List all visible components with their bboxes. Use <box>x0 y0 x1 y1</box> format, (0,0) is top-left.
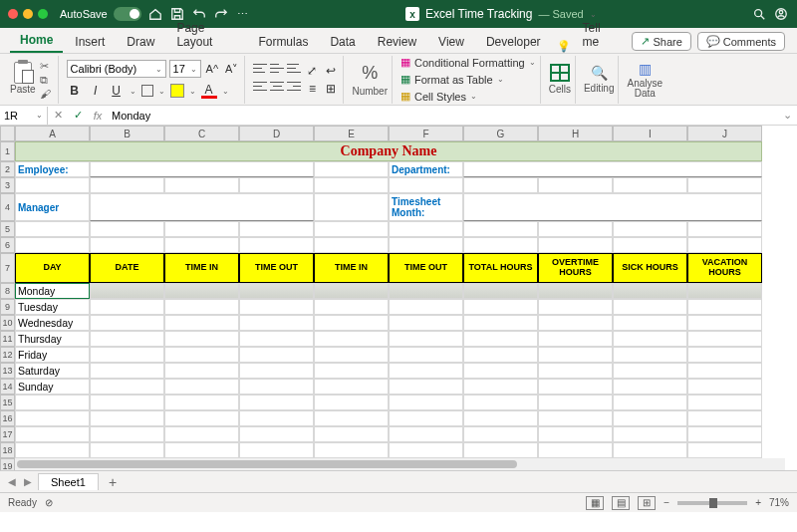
row-header[interactable]: 9 <box>0 299 15 315</box>
data-cell[interactable] <box>538 395 613 410</box>
day-cell[interactable]: Saturday <box>15 363 90 379</box>
font-select[interactable]: Calibri (Body)⌄ <box>67 60 166 78</box>
data-cell[interactable] <box>239 442 314 458</box>
percent-icon[interactable]: % <box>362 63 378 84</box>
data-cell[interactable] <box>314 363 389 379</box>
wrap-text-icon[interactable]: ↩ <box>323 63 339 79</box>
data-cell[interactable] <box>15 395 90 410</box>
horizontal-scrollbar[interactable] <box>15 458 785 470</box>
cut-icon[interactable]: ✂ <box>40 60 54 72</box>
data-cell[interactable] <box>613 283 687 299</box>
data-cell[interactable] <box>90 395 164 410</box>
data-cell[interactable] <box>239 426 314 442</box>
data-cell[interactable] <box>164 283 239 299</box>
data-cell[interactable] <box>90 315 164 331</box>
data-cell[interactable] <box>687 363 762 379</box>
fx-icon[interactable]: fx <box>88 110 108 122</box>
orientation-icon[interactable]: ⤢ <box>304 63 320 79</box>
data-cell[interactable] <box>389 426 463 442</box>
data-cell[interactable] <box>613 363 687 379</box>
merge-icon[interactable]: ⊞ <box>323 81 339 97</box>
data-cell[interactable] <box>90 363 164 379</box>
col-header[interactable]: J <box>687 126 762 141</box>
page-layout-view-icon[interactable]: ▤ <box>612 496 630 510</box>
tab-formulas[interactable]: Formulas <box>248 31 318 53</box>
tab-review[interactable]: Review <box>368 31 426 53</box>
data-cell[interactable] <box>687 379 762 395</box>
account-icon[interactable] <box>773 6 789 22</box>
row-header[interactable]: 16 <box>0 410 15 426</box>
data-cell[interactable] <box>164 347 239 363</box>
row-header[interactable]: 4 <box>0 193 15 221</box>
employee-field[interactable] <box>90 161 314 177</box>
day-cell[interactable]: Monday <box>15 283 90 299</box>
sheet-nav-left-icon[interactable]: ◀ <box>6 476 18 487</box>
data-cell[interactable] <box>463 283 538 299</box>
zoom-level[interactable]: 71% <box>769 497 789 508</box>
col-header[interactable]: C <box>164 126 239 141</box>
select-all-corner[interactable] <box>0 126 15 141</box>
data-cell[interactable] <box>314 395 389 410</box>
tab-developer[interactable]: Developer <box>476 31 551 53</box>
data-cell[interactable] <box>239 395 314 410</box>
tab-view[interactable]: View <box>428 31 474 53</box>
data-cell[interactable] <box>239 363 314 379</box>
data-cell[interactable] <box>463 347 538 363</box>
data-cell[interactable] <box>613 395 687 410</box>
page-break-view-icon[interactable]: ⊞ <box>638 496 656 510</box>
conditional-formatting-button[interactable]: ▦Conditional Formatting⌄ <box>400 55 536 70</box>
redo-icon[interactable] <box>213 6 229 22</box>
day-cell[interactable]: Sunday <box>15 379 90 395</box>
day-cell[interactable]: Wednesday <box>15 315 90 331</box>
col-header[interactable]: E <box>314 126 389 141</box>
tab-data[interactable]: Data <box>320 31 365 53</box>
row-header[interactable]: 3 <box>0 177 15 193</box>
format-painter-icon[interactable]: 🖌 <box>40 88 54 100</box>
enter-formula-icon[interactable]: ✓ <box>68 109 88 122</box>
increase-font-icon[interactable]: A^ <box>204 63 221 75</box>
data-cell[interactable] <box>613 347 687 363</box>
decrease-font-icon[interactable]: A˅ <box>223 63 240 76</box>
accessibility-icon[interactable]: ⊘ <box>45 497 53 508</box>
minimize-icon[interactable] <box>23 9 33 19</box>
zoom-out-button[interactable]: − <box>664 497 669 508</box>
data-cell[interactable] <box>90 299 164 315</box>
data-cell[interactable] <box>389 347 463 363</box>
data-cell[interactable] <box>164 315 239 331</box>
tab-draw[interactable]: Draw <box>117 31 164 53</box>
data-cell[interactable] <box>538 410 613 426</box>
data-cell[interactable] <box>463 410 538 426</box>
col-header[interactable]: H <box>538 126 613 141</box>
zoom-slider[interactable] <box>677 501 747 505</box>
data-cell[interactable] <box>389 315 463 331</box>
data-cell[interactable] <box>239 299 314 315</box>
data-cell[interactable] <box>239 315 314 331</box>
formula-input[interactable]: Monday <box>108 110 777 122</box>
row-header[interactable]: 6 <box>0 237 15 253</box>
tab-insert[interactable]: Insert <box>65 31 115 53</box>
col-header[interactable]: G <box>463 126 538 141</box>
data-cell[interactable] <box>389 331 463 347</box>
row-header[interactable]: 14 <box>0 379 15 395</box>
day-cell[interactable]: Tuesday <box>15 299 90 315</box>
data-cell[interactable] <box>90 283 164 299</box>
data-cell[interactable] <box>314 379 389 395</box>
data-cell[interactable] <box>314 331 389 347</box>
data-cell[interactable] <box>389 379 463 395</box>
data-cell[interactable] <box>687 331 762 347</box>
row-header[interactable]: 1 <box>0 141 15 161</box>
data-cell[interactable] <box>463 315 538 331</box>
manager-field[interactable] <box>90 193 314 221</box>
sheet-nav-right-icon[interactable]: ▶ <box>22 476 34 487</box>
timesheet-month-field[interactable] <box>463 193 762 221</box>
comments-button[interactable]: 💬Comments <box>697 32 785 51</box>
data-cell[interactable] <box>463 442 538 458</box>
zoom-icon[interactable] <box>38 9 48 19</box>
data-cell[interactable] <box>389 299 463 315</box>
data-cell[interactable] <box>389 283 463 299</box>
data-cell[interactable] <box>538 442 613 458</box>
data-cell[interactable] <box>538 299 613 315</box>
data-cell[interactable] <box>164 426 239 442</box>
data-cell[interactable] <box>164 410 239 426</box>
row-header[interactable]: 7 <box>0 253 15 283</box>
